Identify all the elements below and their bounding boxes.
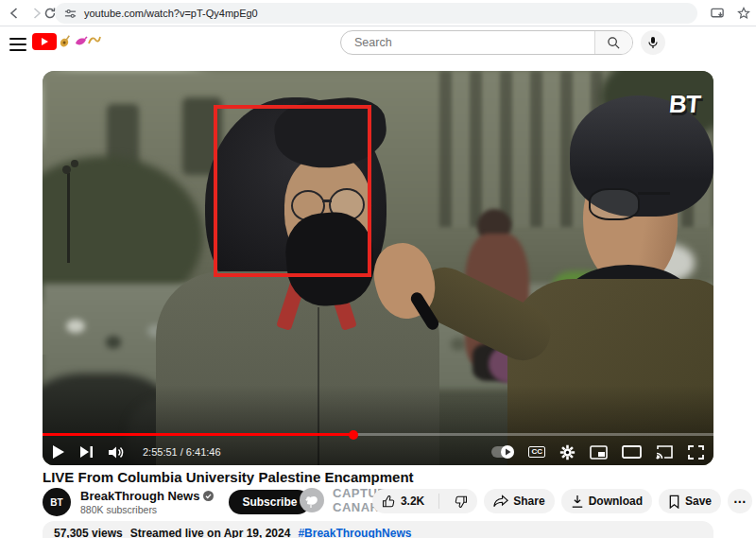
cast-button[interactable] xyxy=(656,444,674,460)
download-icon xyxy=(571,495,584,509)
like-count: 3.2K xyxy=(401,495,424,508)
interviewer-glasses-temple xyxy=(638,192,670,195)
search-input[interactable] xyxy=(341,31,594,54)
save-bookmark-icon xyxy=(668,495,680,509)
logo-doodle-pink-icon xyxy=(74,34,88,53)
voice-search-button[interactable] xyxy=(641,30,665,55)
playhead[interactable] xyxy=(349,430,358,440)
channel-avatar[interactable]: BT xyxy=(43,488,71,516)
canary-logo-icon xyxy=(299,487,325,513)
fullscreen-button[interactable] xyxy=(688,445,704,460)
share-label: Share xyxy=(513,495,544,508)
menu-icon[interactable] xyxy=(9,38,26,51)
hashtag-link[interactable]: #BreakThroughNews xyxy=(298,527,411,538)
video-title: LIVE From Columbia University Palestine … xyxy=(43,469,704,485)
search-box xyxy=(340,30,633,55)
bookmark-star-icon[interactable] xyxy=(733,3,754,24)
youtube-logo[interactable] xyxy=(32,33,57,50)
autoplay-toggle[interactable] xyxy=(491,446,514,458)
more-button[interactable]: ⋯ xyxy=(728,489,752,513)
face-detection-box xyxy=(214,105,371,277)
time-display: 2:55:51 / 6:41:46 xyxy=(143,446,221,458)
theater-mode-button[interactable] xyxy=(622,445,642,459)
progress-fill xyxy=(43,433,353,436)
progress-bar[interactable] xyxy=(43,433,713,436)
channel-name[interactable]: BreakThrough News xyxy=(80,489,199,503)
share-icon xyxy=(493,495,508,508)
verified-badge-icon xyxy=(203,491,214,501)
volume-button[interactable] xyxy=(108,445,125,460)
like-dislike-pill: 3.2K xyxy=(372,489,477,513)
video-player[interactable]: BT 2:55:51 / 6:41:46 CC xyxy=(43,71,713,465)
subscriber-count: 880K subscribers xyxy=(80,504,214,515)
player-controls: 2:55:51 / 6:41:46 CC xyxy=(43,439,713,465)
thumbs-up-icon xyxy=(382,495,396,509)
thumbs-down-icon xyxy=(454,495,468,509)
dislike-button[interactable] xyxy=(444,489,477,513)
scene-lamppost xyxy=(67,173,70,263)
settings-gear-icon[interactable] xyxy=(559,444,576,460)
action-buttons: 3.2K Share Download Save ⋯ xyxy=(372,489,752,513)
browser-chrome: youtube.com/watch?v=pT-Qy4mpEg0 xyxy=(0,0,756,26)
stream-date: Streamed live on Apr 19, 2024 xyxy=(130,527,291,538)
logo-doodle-squiggle-icon xyxy=(87,34,102,51)
interviewer-glasses xyxy=(589,188,640,220)
save-label: Save xyxy=(685,495,712,508)
site-settings-icon[interactable] xyxy=(64,8,77,20)
scene-lamp-globe xyxy=(71,160,78,167)
download-label: Download xyxy=(589,495,643,508)
share-button[interactable]: Share xyxy=(484,489,554,513)
miniplayer-button[interactable] xyxy=(590,445,608,460)
address-bar[interactable]: youtube.com/watch?v=pT-Qy4mpEg0 xyxy=(55,3,697,24)
channel-row: BT BreakThrough News 880K subscribers Su… xyxy=(43,487,310,517)
scene-lamp-globe xyxy=(62,165,71,174)
description-box[interactable]: 57,305 views Streamed live on Apr 19, 20… xyxy=(43,521,713,538)
next-button[interactable] xyxy=(79,445,94,459)
youtube-masthead xyxy=(0,26,756,64)
mic-icon xyxy=(647,36,659,49)
like-button[interactable]: 3.2K xyxy=(372,489,434,513)
logo-doodle-guitar-icon xyxy=(59,34,74,53)
play-button[interactable] xyxy=(52,444,65,460)
url-text[interactable]: youtube.com/watch?v=pT-Qy4mpEg0 xyxy=(84,8,258,19)
view-count: 57,305 views xyxy=(54,527,123,538)
back-icon[interactable] xyxy=(4,3,25,24)
pill-divider xyxy=(438,494,439,509)
download-button[interactable]: Download xyxy=(561,489,652,513)
bt-watermark: BT xyxy=(668,90,701,119)
search-icon xyxy=(607,36,621,50)
search-button[interactable] xyxy=(594,31,632,54)
send-to-device-icon[interactable] xyxy=(707,3,728,24)
play-glyph xyxy=(42,38,48,45)
save-button[interactable]: Save xyxy=(659,489,721,513)
captions-button[interactable]: CC xyxy=(528,446,545,458)
